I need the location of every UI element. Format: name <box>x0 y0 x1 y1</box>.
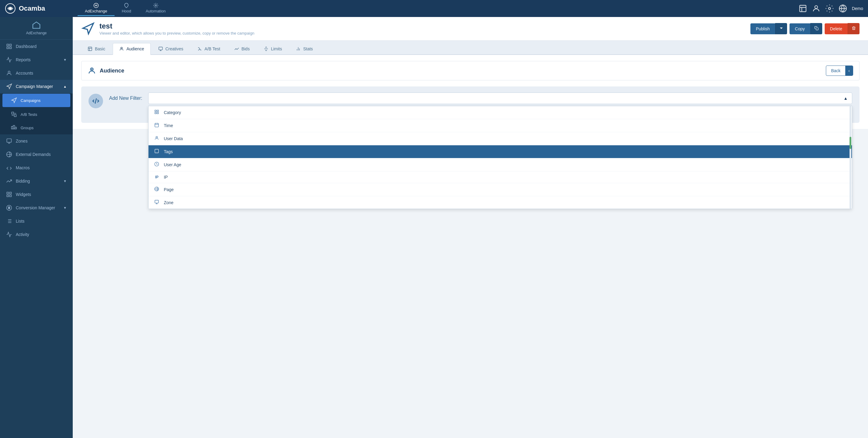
dropdown-item-ip[interactable]: IP IP <box>149 171 852 183</box>
sidebar-label-bidding: Bidding <box>16 179 30 183</box>
svg-rect-17 <box>15 127 17 129</box>
globe-icon[interactable] <box>839 4 847 13</box>
sidebar-item-conversion-manager[interactable]: Conversion Manager ▼ <box>0 201 73 214</box>
reports-icon <box>6 57 12 63</box>
svg-rect-30 <box>816 28 818 30</box>
sidebar-label-ab-tests: A/B Tests <box>21 112 37 117</box>
publish-dropdown-button[interactable] <box>775 23 787 34</box>
dropdown-item-page[interactable]: Page <box>149 183 852 196</box>
app-logo[interactable]: Ocamba <box>5 3 78 14</box>
audience-title: Audience <box>100 68 124 74</box>
dropdown-item-user-age[interactable]: User Age <box>149 158 852 171</box>
time-icon <box>153 122 160 128</box>
dropdown-label-category: Category <box>164 110 181 115</box>
back-button[interactable]: Back ‹ <box>826 65 853 76</box>
svg-rect-21 <box>10 192 11 194</box>
app-name: Ocamba <box>19 4 45 12</box>
page-icon <box>153 186 160 193</box>
ab-tests-icon <box>11 111 17 117</box>
tab-basic[interactable]: Basic <box>81 43 112 54</box>
tab-abtest[interactable]: A/B Test <box>191 43 227 54</box>
sidebar-item-dashboard[interactable]: Dashboard <box>0 40 73 53</box>
sidebar-label-accounts: Accounts <box>16 71 33 76</box>
sidebar-item-ab-tests[interactable]: A/B Tests <box>0 108 73 121</box>
tab-bids[interactable]: Bids <box>228 43 256 54</box>
delete-icon-button[interactable] <box>848 23 860 34</box>
sidebar-item-widgets[interactable]: Widgets <box>0 188 73 201</box>
profile-icon[interactable] <box>812 4 820 13</box>
sidebar-item-bidding[interactable]: Bidding ▼ <box>0 174 73 188</box>
user-age-icon <box>153 162 160 168</box>
limits-tab-icon <box>264 47 269 51</box>
creatives-tab-icon <box>158 47 163 51</box>
publish-button[interactable]: Publish <box>750 23 775 34</box>
sidebar-item-accounts[interactable]: Accounts <box>0 66 73 80</box>
nav-hood[interactable]: Hood <box>115 1 138 16</box>
external-demands-icon <box>6 151 12 157</box>
svg-rect-49 <box>155 200 158 203</box>
audience-section-icon <box>88 66 96 75</box>
nav-adexchange[interactable]: AdExchange <box>78 1 115 16</box>
user-menu[interactable]: Demo <box>852 6 863 11</box>
dropdown-item-tags[interactable]: Tags <box>149 145 852 158</box>
conversion-manager-icon <box>6 205 12 211</box>
tab-creatives[interactable]: Creatives <box>152 43 190 54</box>
svg-point-3 <box>155 5 156 6</box>
campaigns-icon <box>11 97 17 104</box>
tab-stats[interactable]: Stats <box>289 43 319 54</box>
copy-icon-button[interactable] <box>810 23 822 34</box>
sidebar-label-zones: Zones <box>16 139 28 144</box>
dropdown-chevron-icon: ▲ <box>843 96 848 101</box>
bids-tab-icon <box>234 47 239 51</box>
top-navigation: Ocamba AdExchange Hood Automation Demo <box>0 0 868 17</box>
svg-point-5 <box>815 6 817 8</box>
sidebar-item-reports[interactable]: Reports ▼ <box>0 53 73 66</box>
page-subtitle: Viewer and editor, which allows you to p… <box>99 31 254 35</box>
sidebar-item-external-demands[interactable]: External Demands <box>0 148 73 161</box>
tab-limits[interactable]: Limits <box>257 43 288 54</box>
svg-rect-23 <box>10 195 11 197</box>
stats-tab-icon <box>296 47 301 51</box>
sidebar-label-macros: Macros <box>16 165 30 170</box>
dropdown-label-ip: IP <box>164 175 167 180</box>
notification-icon[interactable] <box>799 4 807 13</box>
svg-rect-13 <box>12 112 14 114</box>
dropdown-item-zone[interactable]: Zone <box>149 196 852 209</box>
sidebar-item-groups[interactable]: Groups <box>0 121 73 135</box>
svg-rect-4 <box>800 5 806 12</box>
sidebar-item-campaign-manager[interactable]: Campaign Manager ▲ <box>0 80 73 93</box>
dropdown-item-category[interactable]: Category <box>149 106 852 119</box>
filter-dropdown-trigger[interactable]: ▲ <box>148 92 852 104</box>
dashboard-icon <box>6 43 12 50</box>
conversion-manager-chevron: ▼ <box>63 206 67 210</box>
delete-button[interactable]: Delete <box>825 23 848 34</box>
sidebar-label-activity: Activity <box>16 232 29 237</box>
publish-arrow-icon <box>779 26 783 30</box>
tab-audience[interactable]: Audience <box>113 43 150 55</box>
svg-rect-11 <box>10 47 11 49</box>
sidebar-item-zones[interactable]: Zones <box>0 135 73 148</box>
dropdown-item-time[interactable]: Time <box>149 119 852 132</box>
adexchange-nav-icon <box>93 3 99 8</box>
svg-rect-44 <box>155 123 158 127</box>
sidebar-item-campaigns[interactable]: Campaigns <box>2 94 70 107</box>
sidebar-item-activity[interactable]: Activity <box>0 228 73 241</box>
svg-rect-10 <box>7 47 9 49</box>
audience-section-header: Audience Back ‹ <box>81 61 860 80</box>
settings-icon[interactable] <box>825 4 834 13</box>
svg-rect-8 <box>7 44 9 46</box>
sidebar-label-lists: Lists <box>16 219 25 224</box>
svg-rect-40 <box>155 110 156 112</box>
sidebar-item-lists[interactable]: Lists <box>0 214 73 228</box>
sidebar-item-macros[interactable]: Macros <box>0 161 73 174</box>
nav-automation[interactable]: Automation <box>138 1 173 16</box>
copy-button[interactable]: Copy <box>789 23 810 34</box>
svg-rect-46 <box>155 149 158 153</box>
groups-icon <box>11 125 17 131</box>
svg-point-12 <box>8 71 10 73</box>
sidebar-label-campaign-manager: Campaign Manager <box>16 84 53 89</box>
svg-rect-20 <box>7 192 9 194</box>
content-area: Audience Back ‹ Add New Filter: <box>73 55 868 129</box>
dropdown-scrollbar[interactable] <box>849 106 851 209</box>
dropdown-item-user-data[interactable]: User Data <box>149 132 852 145</box>
